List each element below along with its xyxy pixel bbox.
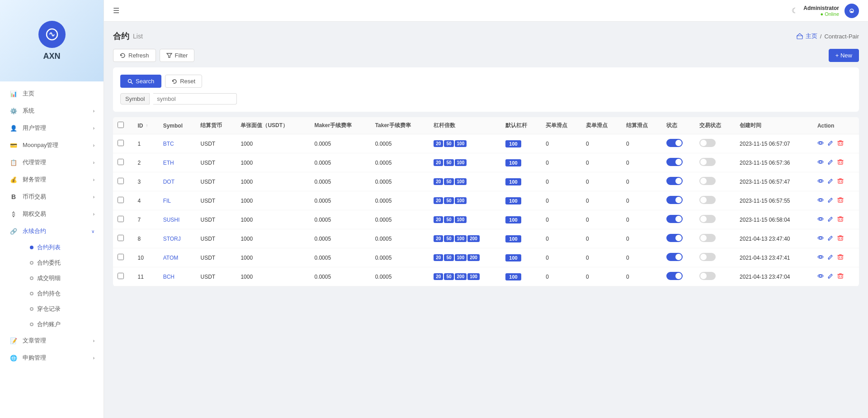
chevron-right-icon: › — [93, 356, 94, 361]
td-buy-slip: 0 — [541, 153, 581, 172]
delete-icon[interactable] — [837, 235, 844, 242]
sidebar-item-home[interactable]: 📊 主页 — [0, 85, 104, 102]
delete-icon[interactable] — [837, 273, 844, 280]
sidebar-item-user-mgmt[interactable]: 👤 用户管理 › — [0, 119, 104, 137]
delete-icon[interactable] — [837, 216, 844, 223]
edit-icon[interactable] — [827, 254, 834, 261]
sidebar-item-through-record[interactable]: 穿仓记录 — [23, 301, 104, 317]
edit-icon[interactable] — [827, 159, 834, 166]
td-status — [662, 172, 695, 191]
trade-status-toggle[interactable] — [699, 272, 716, 280]
edit-icon[interactable] — [827, 178, 834, 185]
status-toggle[interactable] — [666, 253, 683, 261]
row-checkbox[interactable] — [118, 197, 124, 203]
trade-status-toggle[interactable] — [699, 253, 716, 261]
edit-icon[interactable] — [827, 235, 834, 242]
td-sell-slip: 0 — [581, 229, 622, 248]
reset-button[interactable]: Reset — [165, 75, 202, 88]
trade-status-toggle[interactable] — [699, 177, 716, 185]
bitcoin-icon: ₿ — [9, 211, 18, 218]
status-toggle[interactable] — [666, 139, 683, 147]
view-icon[interactable] — [817, 140, 824, 147]
delete-icon[interactable] — [837, 159, 844, 166]
status-toggle[interactable] — [666, 158, 683, 166]
trade-status-toggle[interactable] — [699, 158, 716, 166]
row-checkbox[interactable] — [118, 235, 124, 241]
delete-icon[interactable] — [837, 178, 844, 185]
sidebar-item-contract-position[interactable]: 合约持仓 — [23, 286, 104, 301]
chevron-right-icon: › — [93, 126, 94, 131]
trade-status-toggle[interactable] — [699, 215, 716, 223]
trade-status-toggle[interactable] — [699, 196, 716, 204]
td-leverage: 2050100 — [429, 191, 501, 210]
edit-icon[interactable] — [827, 216, 834, 223]
status-toggle[interactable] — [666, 196, 683, 204]
search-button[interactable]: Search — [120, 75, 161, 88]
sidebar-item-perpetual[interactable]: 🔗 永续合约 ∨ — [0, 223, 104, 240]
td-currency: USDT — [196, 172, 236, 191]
row-checkbox[interactable] — [118, 159, 124, 165]
filter-label: Filter — [175, 52, 188, 59]
sidebar-item-article[interactable]: 📝 文章管理 › — [0, 332, 104, 349]
sidebar-item-contract-order[interactable]: 合约委托 — [23, 255, 104, 271]
lever-tag: 20 — [434, 140, 443, 147]
row-checkbox[interactable] — [118, 273, 124, 279]
view-icon[interactable] — [817, 254, 824, 261]
status-toggle[interactable] — [666, 234, 683, 242]
sidebar-item-contract-list[interactable]: 合约列表 — [23, 240, 104, 255]
delete-icon[interactable] — [837, 197, 844, 204]
sidebar-item-futures[interactable]: ₿ 期权交易 › — [0, 205, 104, 223]
edit-icon[interactable] — [827, 140, 834, 147]
avatar[interactable] — [844, 4, 859, 18]
sidebar-item-coin-trade[interactable]: B 币币交易 › — [0, 188, 104, 205]
row-checkbox[interactable] — [118, 254, 124, 260]
row-checkbox[interactable] — [118, 140, 124, 146]
svg-point-19 — [819, 180, 821, 182]
td-maker-fee: 0.0005 — [310, 134, 370, 153]
td-action — [813, 248, 859, 267]
td-face-value: 1000 — [236, 210, 310, 229]
th-face-value: 单张面值（USDT） — [236, 117, 310, 134]
status-toggle[interactable] — [666, 215, 683, 223]
row-checkbox[interactable] — [118, 178, 124, 184]
sidebar-item-finance[interactable]: 💰 财务管理 › — [0, 171, 104, 188]
moon-icon[interactable]: ☾ — [792, 6, 798, 15]
td-maker-fee: 0.0005 — [310, 210, 370, 229]
filter-button[interactable]: Filter — [160, 49, 195, 62]
status-toggle[interactable] — [666, 177, 683, 185]
view-icon[interactable] — [817, 216, 824, 223]
delete-icon[interactable] — [837, 254, 844, 261]
sidebar-item-contract-account[interactable]: 合约账户 — [23, 317, 104, 332]
status-toggle[interactable] — [666, 272, 683, 280]
td-created: 2023-11-15 06:57:07 — [735, 134, 813, 153]
view-icon[interactable] — [817, 159, 824, 166]
sidebar-item-moonpay[interactable]: 💳 Moonpay管理 › — [0, 137, 104, 154]
hamburger-menu-icon[interactable]: ☰ — [113, 6, 119, 15]
trade-status-toggle[interactable] — [699, 234, 716, 242]
th-id: ID ↑ — [133, 117, 158, 134]
td-id: 11 — [133, 267, 158, 286]
symbol-input[interactable] — [153, 93, 237, 104]
edit-icon[interactable] — [827, 273, 834, 280]
td-face-value: 1000 — [236, 229, 310, 248]
view-icon[interactable] — [817, 178, 824, 185]
refresh-button[interactable]: Refresh — [113, 49, 156, 62]
delete-icon[interactable] — [837, 140, 844, 147]
new-button[interactable]: + New — [829, 49, 859, 62]
edit-icon[interactable] — [827, 197, 834, 204]
view-icon[interactable] — [817, 273, 824, 280]
trade-status-toggle[interactable] — [699, 139, 716, 147]
sidebar-item-system[interactable]: ⚙️ 系统 › — [0, 102, 104, 119]
view-icon[interactable] — [817, 235, 824, 242]
breadcrumb-home[interactable]: 主页 — [806, 32, 817, 40]
chevron-down-icon: ∨ — [91, 229, 94, 234]
sidebar-item-purchase[interactable]: 🌐 申购管理 › — [0, 349, 104, 366]
dot-icon — [30, 292, 33, 295]
sidebar-item-trade-detail[interactable]: 成交明细 — [23, 271, 104, 286]
select-all-checkbox[interactable] — [118, 122, 124, 128]
row-checkbox[interactable] — [118, 216, 124, 222]
sidebar-item-agent[interactable]: 📋 代理管理 › — [0, 154, 104, 171]
td-settle-slip: 0 — [622, 267, 662, 286]
th-checkbox — [113, 117, 133, 134]
view-icon[interactable] — [817, 197, 824, 204]
